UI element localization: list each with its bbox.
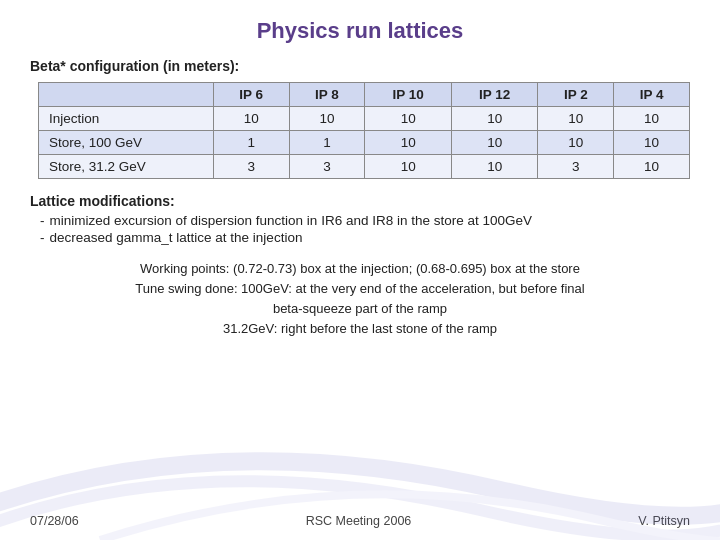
row-store312-ip2: 3 xyxy=(538,155,614,179)
bullet-item-1: - minimized excursion of dispersion func… xyxy=(40,213,690,228)
bullet-dash-1: - xyxy=(40,213,45,228)
configuration-table: IP 6 IP 8 IP 10 IP 12 IP 2 IP 4 Injectio… xyxy=(38,82,690,179)
row-store312-label: Store, 31.2 GeV xyxy=(39,155,214,179)
row-store312-ip12: 10 xyxy=(451,155,538,179)
row-injection-ip4: 10 xyxy=(614,107,690,131)
row-store100-ip2: 10 xyxy=(538,131,614,155)
row-store100-ip8: 1 xyxy=(289,131,365,155)
row-store312-ip4: 10 xyxy=(614,155,690,179)
row-injection-ip8: 10 xyxy=(289,107,365,131)
bullet-dash-2: - xyxy=(40,230,45,245)
row-store100-ip10: 10 xyxy=(365,131,452,155)
col-header-ip2: IP 2 xyxy=(538,83,614,107)
col-header-ip6: IP 6 xyxy=(213,83,289,107)
row-injection-ip10: 10 xyxy=(365,107,452,131)
beta-subtitle: Beta* configuration (in meters): xyxy=(30,58,690,74)
table-row: Store, 31.2 GeV 3 3 10 10 3 10 xyxy=(39,155,690,179)
footer-event: RSC Meeting 2006 xyxy=(306,514,412,528)
row-injection-ip2: 10 xyxy=(538,107,614,131)
row-injection-ip6: 10 xyxy=(213,107,289,131)
working-points-line2: Tune swing done: 100GeV: at the very end… xyxy=(30,279,690,299)
col-header-ip4: IP 4 xyxy=(614,83,690,107)
row-store100-label: Store, 100 GeV xyxy=(39,131,214,155)
lattice-section-label: Lattice modifications: xyxy=(30,193,690,209)
working-points-line4: 31.2GeV: right before the last stone of … xyxy=(30,319,690,339)
row-injection-label: Injection xyxy=(39,107,214,131)
table-header-row: IP 6 IP 8 IP 10 IP 12 IP 2 IP 4 xyxy=(39,83,690,107)
footer-author: V. Ptitsyn xyxy=(638,514,690,528)
bullet-item-2: - decreased gamma_t lattice at the injec… xyxy=(40,230,690,245)
bullet-text-2: decreased gamma_t lattice at the injecti… xyxy=(50,230,303,245)
row-store312-ip6: 3 xyxy=(213,155,289,179)
col-header-label xyxy=(39,83,214,107)
lattice-bullet-list: - minimized excursion of dispersion func… xyxy=(40,213,690,247)
page: Physics run lattices Beta* configuration… xyxy=(0,0,720,540)
working-points-line1: Working points: (0.72-0.73) box at the i… xyxy=(30,259,690,279)
row-store100-ip4: 10 xyxy=(614,131,690,155)
row-store100-ip12: 10 xyxy=(451,131,538,155)
footer: 07/28/06 RSC Meeting 2006 V. Ptitsyn xyxy=(30,514,690,528)
footer-date: 07/28/06 xyxy=(30,514,79,528)
table-row: Store, 100 GeV 1 1 10 10 10 10 xyxy=(39,131,690,155)
col-header-ip10: IP 10 xyxy=(365,83,452,107)
row-store312-ip10: 10 xyxy=(365,155,452,179)
col-header-ip12: IP 12 xyxy=(451,83,538,107)
col-header-ip8: IP 8 xyxy=(289,83,365,107)
table-row: Injection 10 10 10 10 10 10 xyxy=(39,107,690,131)
row-store312-ip8: 3 xyxy=(289,155,365,179)
working-points-line3: beta-squeeze part of the ramp xyxy=(30,299,690,319)
row-injection-ip12: 10 xyxy=(451,107,538,131)
bullet-text-1: minimized excursion of dispersion functi… xyxy=(50,213,533,228)
page-title: Physics run lattices xyxy=(30,18,690,44)
row-store100-ip6: 1 xyxy=(213,131,289,155)
working-points-section: Working points: (0.72-0.73) box at the i… xyxy=(30,259,690,340)
